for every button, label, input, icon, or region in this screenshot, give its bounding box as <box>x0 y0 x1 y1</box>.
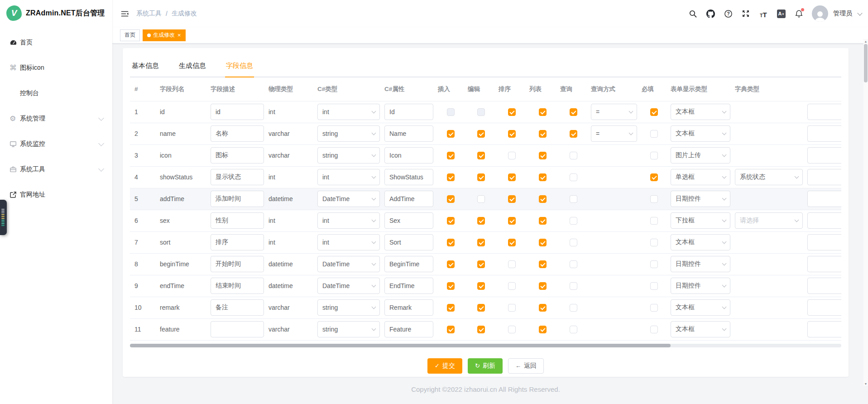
csharp_property-input[interactable] <box>384 212 433 229</box>
form_type-select[interactable]: 下拉框 <box>671 212 730 229</box>
insert-checkbox[interactable] <box>447 239 455 246</box>
required-checkbox[interactable] <box>650 282 658 290</box>
sort-checkbox[interactable] <box>508 130 516 138</box>
sidebar-item-首页[interactable]: 首页 <box>0 30 112 55</box>
description-input[interactable] <box>211 234 264 250</box>
csharp_type-select[interactable]: DateTime <box>317 256 380 272</box>
description-input[interactable] <box>211 321 264 337</box>
insert-checkbox[interactable] <box>447 130 455 138</box>
sidebar-item-官网地址[interactable]: 官网地址 <box>0 182 112 207</box>
sort-checkbox[interactable] <box>508 260 516 268</box>
description-input[interactable] <box>211 125 264 142</box>
insert-checkbox[interactable] <box>447 108 455 116</box>
form_type-select[interactable]: 文本框 <box>671 125 730 142</box>
tab-gen-info[interactable]: 生成信息 <box>178 59 207 77</box>
submit-button[interactable]: ✓ 提交 <box>427 358 462 374</box>
query_type-select[interactable]: = <box>591 125 637 142</box>
dict_type-select[interactable]: 请选择 <box>735 212 803 229</box>
required-checkbox[interactable] <box>650 239 658 246</box>
description-input[interactable] <box>211 169 264 185</box>
query-checkbox[interactable] <box>570 173 577 181</box>
csharp_type-select[interactable]: string <box>317 299 380 316</box>
csharp_property-input[interactable] <box>384 278 433 294</box>
sidebar-item-系统监控[interactable]: 系统监控 <box>0 131 112 157</box>
sort-checkbox[interactable] <box>508 326 516 333</box>
avatar[interactable] <box>812 5 828 22</box>
tag-active[interactable]: 生成修改 × <box>143 29 186 41</box>
query-checkbox[interactable] <box>570 217 577 225</box>
edit-checkbox[interactable] <box>477 130 485 138</box>
sort-checkbox[interactable] <box>508 217 516 225</box>
font-size-icon[interactable]: TT <box>759 9 768 18</box>
csharp_property-input[interactable] <box>384 125 433 142</box>
sidebar-item-控制台[interactable]: 控制台 <box>0 81 112 106</box>
fullscreen-icon[interactable] <box>741 9 750 18</box>
sidebar-collapse-icon[interactable] <box>120 9 129 18</box>
csharp_type-select[interactable]: DateTime <box>317 191 380 207</box>
description-input[interactable] <box>211 278 264 294</box>
scroll-down-icon[interactable]: ▼ <box>863 381 868 386</box>
query-checkbox[interactable] <box>570 326 577 333</box>
required-checkbox[interactable] <box>650 108 658 116</box>
edit-checkbox[interactable] <box>477 195 485 203</box>
description-input[interactable] <box>211 299 264 316</box>
form_type-select[interactable]: 文本框 <box>671 234 730 250</box>
sidebar-item-系统管理[interactable]: ⚙系统管理 <box>0 106 112 131</box>
csharp_type-select[interactable]: int <box>317 212 380 229</box>
chevron-down-icon[interactable] <box>857 10 862 15</box>
insert-checkbox[interactable] <box>447 217 455 225</box>
refresh-button[interactable]: ↻ 刷新 <box>468 358 503 374</box>
insert-checkbox[interactable] <box>447 304 455 312</box>
sidebar-item-图标icon[interactable]: ⌘图标icon <box>0 55 112 81</box>
scroll-up-icon[interactable]: ▲ <box>863 39 868 43</box>
description-input[interactable] <box>211 212 264 229</box>
insert-checkbox[interactable] <box>447 152 455 159</box>
list-checkbox[interactable] <box>539 217 547 225</box>
csharp_type-select[interactable]: int <box>317 234 380 250</box>
csharp_type-select[interactable]: string <box>317 321 380 337</box>
form_type-select[interactable]: 文本框 <box>671 299 730 316</box>
list-checkbox[interactable] <box>539 239 547 246</box>
required-checkbox[interactable] <box>650 152 658 159</box>
form_type-select[interactable]: 图片上传 <box>671 147 730 164</box>
description-input[interactable] <box>211 147 264 164</box>
description-input[interactable] <box>211 104 264 120</box>
sort-checkbox[interactable] <box>508 152 516 159</box>
insert-checkbox[interactable] <box>447 260 455 268</box>
csharp_property-input[interactable] <box>384 321 433 337</box>
extra-input[interactable] <box>807 299 841 316</box>
extra-input[interactable] <box>807 104 841 120</box>
tag-home[interactable]: 首页 <box>120 29 140 41</box>
query-checkbox[interactable] <box>570 282 577 290</box>
query-checkbox[interactable] <box>570 195 577 203</box>
insert-checkbox[interactable] <box>447 195 455 203</box>
csharp_property-input[interactable] <box>384 147 433 164</box>
list-checkbox[interactable] <box>539 282 547 290</box>
form_type-select[interactable]: 单选框 <box>671 169 730 185</box>
csharp_property-input[interactable] <box>384 299 433 316</box>
edit-checkbox[interactable] <box>477 326 485 333</box>
user-name[interactable]: 管理员 <box>833 10 852 18</box>
edit-checkbox[interactable] <box>477 282 485 290</box>
extra-input[interactable] <box>807 256 841 272</box>
csharp_property-input[interactable] <box>384 104 433 120</box>
csharp_type-select[interactable]: DateTime <box>317 278 380 294</box>
query-checkbox[interactable] <box>570 239 577 246</box>
list-checkbox[interactable] <box>539 130 547 138</box>
query-checkbox[interactable] <box>570 260 577 268</box>
theme-drawer-handle[interactable] <box>0 200 7 235</box>
list-checkbox[interactable] <box>539 108 547 116</box>
insert-checkbox[interactable] <box>447 173 455 181</box>
edit-checkbox[interactable] <box>477 239 485 246</box>
extra-input[interactable] <box>807 234 841 250</box>
extra-input[interactable] <box>807 147 841 164</box>
tab-basic-info[interactable]: 基本信息 <box>131 59 160 77</box>
sort-checkbox[interactable] <box>508 304 516 312</box>
form_type-select[interactable]: 文本框 <box>671 104 730 120</box>
edit-checkbox[interactable] <box>477 304 485 312</box>
required-checkbox[interactable] <box>650 304 658 312</box>
extra-input[interactable] <box>807 321 841 337</box>
extra-input[interactable] <box>807 125 841 142</box>
sort-checkbox[interactable] <box>508 239 516 246</box>
query-checkbox[interactable] <box>570 130 577 138</box>
